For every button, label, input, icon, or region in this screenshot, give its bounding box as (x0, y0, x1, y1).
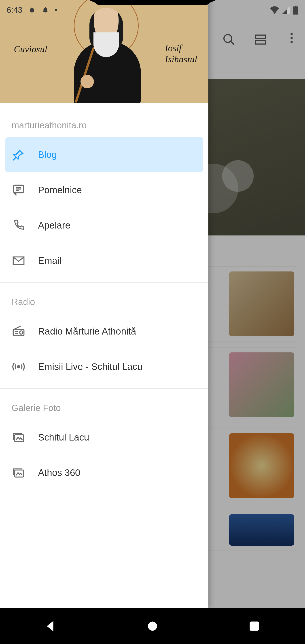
svg-point-10 (148, 622, 157, 631)
nav-item-label: Email (38, 255, 62, 266)
drawer-body: marturieathonita.ro Blog Pomelnice Apela… (0, 103, 208, 608)
nav-item-gallery-schitul[interactable]: Schitul Lacu (5, 420, 203, 455)
status-time: 6:43 (7, 5, 22, 15)
nav-item-gallery-athos360[interactable]: Athos 360 (5, 455, 203, 490)
phone-icon (12, 219, 25, 232)
svg-point-7 (18, 366, 20, 368)
svg-rect-5 (13, 329, 24, 336)
nav-item-radio-marturie[interactable]: Radio Mărturie Athonită (5, 314, 203, 349)
wifi-icon (270, 6, 279, 14)
nav-item-label: Blog (38, 149, 57, 160)
system-home-button[interactable] (145, 618, 160, 634)
svg-point-6 (20, 331, 23, 334)
nav-item-email[interactable]: Email (5, 243, 203, 278)
navigation-drawer: Cuviosul Iosif Isihastul marturieathonit… (0, 0, 208, 608)
device-notch (94, 0, 211, 5)
mail-icon (12, 254, 25, 267)
system-recents-button[interactable] (246, 618, 262, 634)
header-name-right-line1: Iosif (165, 43, 182, 53)
nav-item-label: Radio Mărturie Athonită (38, 326, 136, 337)
radio-icon (12, 325, 25, 338)
battery-icon (293, 6, 298, 14)
nav-item-blog[interactable]: Blog (5, 137, 203, 172)
section-title-gallery: Galerie Foto (0, 393, 208, 420)
nav-item-label: Schitul Lacu (38, 432, 89, 443)
site-title: marturieathonita.ro (0, 110, 208, 137)
nav-item-label: Pomelnice (38, 185, 82, 196)
system-back-button[interactable] (43, 618, 58, 634)
nav-item-label: Athos 360 (38, 467, 80, 478)
notification-dot-icon (55, 9, 57, 11)
comment-icon (12, 184, 25, 196)
gallery-icon (12, 431, 25, 444)
nav-item-label: Apelare (38, 220, 70, 231)
nav-item-label: Emisii Live - Schitul Lacu (38, 361, 142, 372)
nav-item-emisii-live[interactable]: Emisii Live - Schitul Lacu (5, 349, 203, 384)
header-name-left: Cuviosul (14, 44, 47, 54)
notification-bell-icon (28, 6, 36, 14)
header-name-right: Iosif Isihastul (165, 42, 197, 65)
pin-icon (12, 148, 25, 161)
section-title-radio: Radio (0, 287, 208, 314)
header-name-right-line2: Isihastul (165, 54, 197, 64)
notification-bell-icon (42, 6, 49, 14)
divider (0, 388, 208, 389)
svg-rect-11 (250, 622, 259, 631)
broadcast-icon (12, 360, 25, 373)
gallery-icon (12, 466, 25, 479)
nav-item-pomelnice[interactable]: Pomelnice (5, 172, 203, 208)
system-navigation-bar (0, 608, 305, 644)
nav-item-apelare[interactable]: Apelare (5, 208, 203, 243)
divider (0, 282, 208, 283)
cellular-icon (282, 6, 290, 14)
